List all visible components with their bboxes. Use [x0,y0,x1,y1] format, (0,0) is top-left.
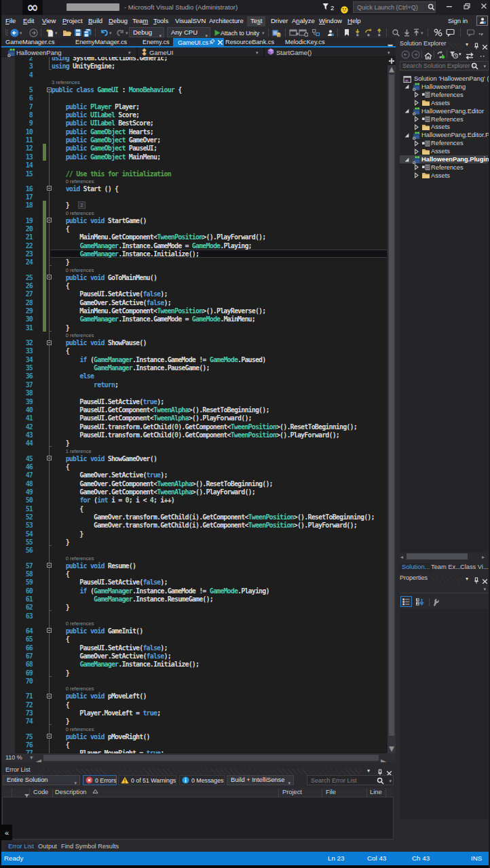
messages-filter-button[interactable]: 0 Messages [179,775,225,785]
column-header-description[interactable]: Description [55,789,98,795]
tree-item-references[interactable]: References [400,115,488,123]
open-file-button[interactable] [62,28,72,37]
code-line[interactable]: 41 PauseUI.GetComponent<TweenAlpha>().Pl… [0,414,388,422]
collapse-region-icon[interactable] [47,694,52,698]
chevron-down-icon[interactable]: ▾ [55,31,58,36]
code-line[interactable]: 64 public void GameInit() [0,627,388,635]
code-line[interactable]: 29 MainMenu.GetComponent<TweenPosition>(… [0,307,388,315]
tree-item-assets[interactable]: Assets [400,147,488,155]
code-line[interactable]: 43 PauseUI.transform.GetChild(0).GetComp… [0,431,388,439]
code-editor[interactable]: 2using System.Collections.Generic;3using… [0,57,396,753]
menu-item-visualsvn[interactable]: VisualSVN [172,16,209,26]
pending-changes-filter-icon[interactable] [449,50,458,62]
menu-item-build[interactable]: Build [85,16,106,26]
collapsed-region-badge[interactable]: 2 [78,201,86,209]
scroll-up-icon[interactable]: ▴ [388,65,396,73]
member-dropdown[interactable]: StartGame()▾ [265,47,396,56]
code-line[interactable]: 6 [0,94,388,102]
tree-item-halloweenpang[interactable]: HalloweenPang [400,83,488,91]
expanded-arrow-icon[interactable] [404,108,410,114]
step-out-button[interactable] [375,28,384,37]
code-line[interactable]: 65 { [0,635,388,643]
back-icon[interactable] [401,50,410,62]
new-file-button[interactable] [45,28,54,37]
platform-dropdown[interactable]: Any CPU▾ [167,27,210,37]
panel-menu-icon[interactable]: ▾ [466,41,468,47]
codelens-references[interactable]: 0 references [66,726,94,732]
editor-zoom-control[interactable]: 110 %▾ [1,753,34,762]
codelens-references[interactable]: 1 reference [66,448,92,454]
tree-item-references[interactable]: References [400,91,488,99]
code-line[interactable]: 7 public Player Player; [0,102,388,111]
code-line[interactable]: 31 } [0,323,388,332]
codelens-references[interactable]: 0 references [66,332,94,338]
errors-filter-button[interactable]: 0 Errors [83,775,117,785]
sync-with-active-document-icon[interactable] [436,50,445,62]
close-tab-icon[interactable] [217,39,223,45]
code-line[interactable]: 27 PauseUI.SetActive(false); [0,290,388,298]
undo-button[interactable] [99,28,109,37]
code-line[interactable]: 57 public void Resume() [0,561,388,570]
collapsed-arrow-icon[interactable] [413,149,419,155]
menu-item-help[interactable]: Help [344,16,364,26]
compare-files-button[interactable] [433,28,442,37]
code-line[interactable]: 58 { [0,570,388,578]
code-line[interactable]: 52 GameOver.transform.GetChild(i).GetCom… [0,513,388,521]
search-icon[interactable] [377,777,384,786]
chevron-down-icon[interactable]: ▾ [20,31,22,36]
code-line[interactable]: 71 public void pMoveLeft() [0,692,388,700]
horizontal-scroll-thumb[interactable] [43,755,379,761]
panel-menu-icon[interactable]: ▾ [367,768,370,774]
editor-vertical-scrollbar[interactable]: ▴ ▾ [388,57,396,753]
menu-item-view[interactable]: View [39,16,59,26]
code-line[interactable]: 45 public void ShowGameOver() [0,454,388,462]
scroll-left-icon[interactable]: ◂ [400,554,403,560]
code-line[interactable]: 21 MainMenu.GetComponent<TweenPosition>(… [0,233,388,241]
collapsed-arrow-icon[interactable] [413,116,419,122]
alphabetical-button[interactable]: AZ [415,597,426,607]
code-line[interactable]: 32 public void ShowPause() [0,338,388,347]
navigate-down-button[interactable] [402,28,411,37]
collapse-region-icon[interactable] [47,218,52,222]
code-line[interactable]: 22 GameManager.Instance.GameMode = GameM… [0,241,388,250]
code-line[interactable]: 61 GameManager.Instance.ResumeGame(); [0,595,388,603]
warnings-filter-button[interactable]: 0 of 51 Warnings [118,775,176,785]
code-line[interactable]: 15 // Use this for initialization [0,170,388,178]
code-line[interactable]: 28 GameOver.SetActive(false); [0,298,388,307]
code-line[interactable]: 17 [0,193,388,201]
code-line[interactable]: 42 PauseUI.transform.GetChild(0).GetComp… [0,422,388,431]
code-line[interactable]: 54 } [0,530,388,538]
code-line[interactable]: 59 PauseUI.SetActive(false); [0,578,388,586]
chevron-down-icon[interactable]: ▾ [459,52,461,57]
code-line[interactable]: 39 PauseUI.SetActive(true); [0,397,388,406]
menu-item-analyze[interactable]: Analyze [288,16,318,26]
collapsed-arrow-icon[interactable] [413,92,419,98]
expanded-arrow-icon[interactable] [404,132,410,138]
navigate-up-button[interactable] [411,28,421,37]
collapse-panel-button[interactable]: « [1,825,12,840]
editor-horizontal-scrollbar[interactable]: 110 %▾ ◂ ▸ [0,753,396,762]
menu-item-architecture[interactable]: Architecture [206,16,247,26]
code-line[interactable]: 25 public void GoToMainMenu() [0,273,388,281]
type-dropdown[interactable]: GameUI▾ [138,47,263,56]
code-line[interactable]: 24 } [0,258,388,266]
code-line[interactable]: 51 { [0,505,388,513]
panel-tab-solution[interactable]: Solution... [399,563,432,572]
code-line[interactable]: 47 GameOver.SetActive(true); [0,471,388,479]
pin-icon[interactable] [208,38,216,47]
code-line[interactable]: 63 [0,612,388,620]
categorized-button[interactable] [400,596,412,607]
forward-icon[interactable] [411,50,420,62]
send-feedback-button[interactable] [466,28,475,37]
menu-item-edit[interactable]: Edit [20,16,37,26]
code-line[interactable]: 12 public GameObject PauseUI; [0,144,388,152]
debug-configuration-dropdown[interactable]: Debug▾ [129,27,164,37]
menu-item-project[interactable]: Project [59,16,86,26]
search-icon[interactable] [471,62,478,71]
code-line[interactable]: 38 [0,389,388,397]
panel-tab-classvi[interactable]: Class Vi... [457,563,490,572]
window-tab-output[interactable]: Output [35,842,60,851]
tree-item-assets[interactable]: Assets [400,99,488,107]
code-line[interactable]: 3using UnityEngine; [0,62,388,70]
step-over-button[interactable] [364,28,373,37]
